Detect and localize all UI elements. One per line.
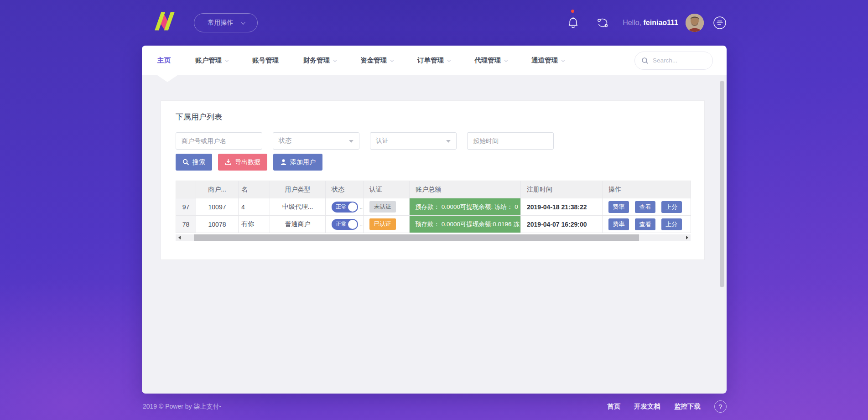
main-navbar: 主页 账户管理 账号管理 财务管理 资金管理 订单管理 bbox=[142, 46, 727, 75]
nav-item-home[interactable]: 主页 bbox=[157, 56, 171, 65]
cell-actions: 费率 查看 上分 bbox=[603, 198, 691, 216]
scroll-right-arrow[interactable] bbox=[683, 234, 691, 241]
nav-label: 财务管理 bbox=[303, 56, 330, 65]
share-button[interactable] bbox=[596, 17, 609, 29]
col-header-user-type: 用户类型 bbox=[270, 181, 326, 198]
cell-name: 4 bbox=[239, 198, 270, 216]
auth-badge: 未认证 bbox=[369, 201, 396, 213]
nav-item-order-mgmt[interactable]: 订单管理 bbox=[417, 56, 450, 65]
cell-index: 97 bbox=[176, 198, 196, 216]
footer-link-dev-docs[interactable]: 开发文档 bbox=[634, 402, 660, 411]
table-header-row: 商户... 名 用户类型 状态 认证 账户总额 注册时间 操作 bbox=[176, 181, 691, 198]
greeting: Hello, feiniao111 bbox=[623, 19, 678, 27]
horizontal-scrollbar-thumb[interactable] bbox=[194, 234, 639, 241]
footer-link-home[interactable]: 首页 bbox=[607, 402, 620, 411]
view-button[interactable]: 查看 bbox=[635, 201, 655, 213]
cell-balance: 预存款： 0.0000可提现余额:0.0196 冻 bbox=[410, 216, 521, 233]
brand-logo-icon[interactable] bbox=[152, 11, 177, 32]
topbar-right: Hello, feiniao111 bbox=[550, 0, 727, 46]
notifications-button[interactable] bbox=[567, 17, 579, 29]
navbar-search[interactable] bbox=[634, 52, 713, 70]
search-input[interactable] bbox=[653, 57, 703, 64]
panel-title: 下属用户列表 bbox=[176, 112, 690, 122]
add-points-button[interactable]: 上分 bbox=[661, 218, 682, 230]
chevron-down-icon bbox=[225, 58, 229, 62]
username: feiniao111 bbox=[644, 19, 679, 26]
cell-merchant-id: 10078 bbox=[196, 216, 239, 233]
merchant-input[interactable] bbox=[182, 137, 256, 145]
settings-menu-button[interactable] bbox=[713, 16, 727, 30]
cell-balance: 预存款： 0.0000可提现余额: 冻结： 0 bbox=[410, 198, 521, 216]
nav-label: 通道管理 bbox=[531, 56, 558, 65]
merchant-filter bbox=[176, 132, 262, 150]
nav-item-account-mgmt[interactable]: 账户管理 bbox=[195, 56, 228, 65]
status-toggle-label: 正常 bbox=[332, 220, 347, 228]
quick-actions-dropdown[interactable]: 常用操作 bbox=[194, 13, 258, 32]
nav-item-agent-mgmt[interactable]: 代理管理 bbox=[474, 56, 507, 65]
chevron-down-icon bbox=[447, 58, 451, 62]
view-button[interactable]: 查看 bbox=[635, 218, 655, 230]
horizontal-scrollbar bbox=[176, 234, 691, 241]
chevron-down-icon bbox=[240, 20, 245, 25]
caret-down-icon bbox=[446, 140, 451, 143]
download-icon bbox=[225, 159, 232, 166]
action-button-row: 搜索 导出数据 添加用户 bbox=[176, 154, 690, 171]
avatar-photo-icon bbox=[686, 14, 704, 32]
chevron-down-icon bbox=[504, 58, 508, 62]
users-table-wrap: 商户... 名 用户类型 状态 认证 账户总额 注册时间 操作 bbox=[176, 181, 690, 241]
quick-actions-label: 常用操作 bbox=[208, 19, 234, 27]
content-area: 下属用户列表 状态 认证 bbox=[142, 75, 727, 394]
active-tab-notch bbox=[157, 75, 177, 82]
nav-label: 账号管理 bbox=[252, 56, 279, 65]
nav-item-channel-mgmt[interactable]: 通道管理 bbox=[531, 56, 564, 65]
auth-badge: 已认证 bbox=[369, 218, 396, 230]
user-icon bbox=[280, 159, 287, 166]
status-ellipsis: ... bbox=[359, 221, 364, 228]
status-toggle[interactable]: 正常 bbox=[332, 219, 358, 230]
add-user-button[interactable]: 添加用户 bbox=[273, 154, 322, 171]
start-time-filter bbox=[467, 132, 554, 150]
chevron-down-icon bbox=[561, 58, 565, 62]
cell-index: 78 bbox=[176, 216, 196, 233]
export-button-label: 导出数据 bbox=[235, 158, 260, 166]
status-select[interactable]: 状态 bbox=[273, 132, 359, 150]
help-button[interactable]: ? bbox=[714, 400, 727, 413]
search-button[interactable]: 搜索 bbox=[176, 154, 212, 171]
rate-button[interactable]: 费率 bbox=[608, 218, 629, 230]
vertical-scrollbar[interactable] bbox=[720, 81, 724, 287]
status-ellipsis: ... bbox=[359, 203, 364, 210]
nav-item-account-no-mgmt[interactable]: 账号管理 bbox=[252, 56, 279, 65]
table-row: 97 10097 4 中级代理... 正常 bbox=[176, 198, 691, 216]
footer-link-monitor-download[interactable]: 监控下载 bbox=[674, 402, 701, 411]
export-data-button[interactable]: 导出数据 bbox=[218, 154, 267, 171]
cell-merchant-id: 10097 bbox=[196, 198, 239, 216]
auth-select[interactable]: 认证 bbox=[370, 132, 457, 150]
avatar[interactable] bbox=[686, 14, 704, 32]
cell-user-type: 普通商户 bbox=[270, 216, 326, 233]
nav-item-funds-mgmt[interactable]: 资金管理 bbox=[360, 56, 393, 65]
col-header-merchant: 商户... bbox=[196, 181, 239, 198]
rate-button[interactable]: 费率 bbox=[608, 201, 629, 213]
nav-label: 资金管理 bbox=[360, 56, 387, 65]
status-toggle-label: 正常 bbox=[332, 203, 347, 211]
chevron-down-icon bbox=[333, 58, 337, 62]
scroll-left-arrow[interactable] bbox=[176, 234, 183, 241]
toggle-knob-icon bbox=[348, 202, 357, 212]
share-icon bbox=[596, 17, 609, 29]
cell-register-time: 2019-04-07 16:29:00 bbox=[521, 216, 603, 233]
cell-auth: 未认证 bbox=[364, 198, 410, 216]
footer: 2019 © Power by 柒上支付- 首页 开发文档 监控下载 ? bbox=[142, 400, 727, 413]
arrow-right-icon bbox=[686, 236, 688, 239]
status-toggle[interactable]: 正常 bbox=[332, 202, 358, 213]
col-header-auth: 认证 bbox=[364, 181, 410, 198]
users-table: 商户... 名 用户类型 状态 认证 账户总额 注册时间 操作 bbox=[176, 181, 691, 233]
nav-item-finance-mgmt[interactable]: 财务管理 bbox=[303, 56, 336, 65]
nav-label: 账户管理 bbox=[195, 56, 222, 65]
bell-icon bbox=[567, 17, 579, 29]
page: 常用操作 Hello, feinia bbox=[0, 0, 868, 420]
add-points-button[interactable]: 上分 bbox=[661, 201, 682, 213]
search-icon bbox=[182, 159, 189, 166]
nav-label: 代理管理 bbox=[474, 56, 501, 65]
start-time-input[interactable] bbox=[473, 137, 548, 145]
search-icon bbox=[641, 57, 649, 64]
